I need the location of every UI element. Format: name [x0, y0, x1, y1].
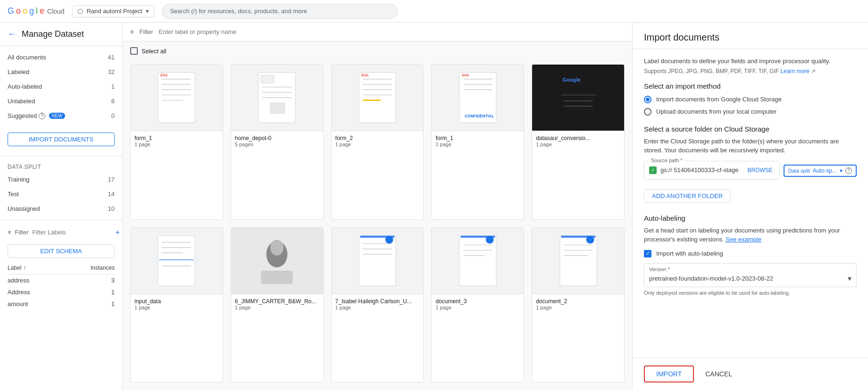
- label-row: address 3: [8, 274, 115, 286]
- storage-icon: ✓: [649, 166, 657, 174]
- doc-thumbnail: [432, 228, 524, 294]
- sidebar-item-all-documents[interactable]: All documents 41: [0, 50, 122, 65]
- radio-gcs[interactable]: Import documents from Google Cloud Stora…: [644, 96, 857, 103]
- new-badge: NEW: [49, 113, 65, 119]
- doc-thumbnail: [231, 65, 323, 131]
- doc-info: form_1 1 page: [432, 131, 524, 151]
- google-cloud-logo: Google Cloud: [8, 6, 65, 16]
- topbar: Google Cloud ⬡ Rand automl Project ▾ Sea…: [0, 0, 868, 23]
- add-folder-button[interactable]: ADD ANOTHER FOLDER: [644, 189, 731, 203]
- data-split-help-icon[interactable]: ?: [845, 167, 852, 174]
- label-sort[interactable]: Label ↑: [8, 265, 26, 271]
- learn-more-link[interactable]: Learn more: [780, 68, 809, 75]
- document-card[interactable]: home_depot-0 5 pages: [231, 64, 324, 220]
- source-field-row: ✓ BROWSE: [644, 161, 779, 179]
- auto-labeling-section: Auto-labeling Get a head start on labeli…: [644, 214, 857, 296]
- panel-description: Label documents to define your fields an…: [644, 57, 857, 66]
- radio-group-import-method: Import documents from Google Cloud Stora…: [644, 96, 857, 116]
- data-split-value: Auto-sp...: [813, 167, 837, 174]
- data-split-selector[interactable]: Data split Auto-sp... ▾ ?: [784, 165, 857, 177]
- sidebar-item-auto-labeled[interactable]: Auto-labeled 1: [0, 79, 122, 94]
- document-card[interactable]: 7_Isabel Haileigh Carlson_U... 1 page: [331, 227, 424, 383]
- back-button[interactable]: ←: [8, 29, 16, 39]
- chevron-down-icon: ▾: [840, 167, 843, 174]
- page-title: Manage Dataset: [22, 29, 84, 39]
- filter-label: Filter: [140, 28, 153, 35]
- filter-icon: ≡: [130, 28, 134, 35]
- see-example-link[interactable]: See example: [726, 236, 761, 243]
- filter-labels-input[interactable]: [32, 229, 111, 236]
- project-selector[interactable]: ⬡ Rand automl Project ▾: [72, 5, 155, 17]
- source-path-label: Source path *: [649, 158, 684, 163]
- doc-thumbnail: [231, 228, 323, 294]
- import-button[interactable]: IMPORT: [644, 365, 694, 382]
- doc-thumbnail: [332, 228, 424, 294]
- document-card[interactable]: 6_JIMMY_CARTER_B&W_Ro... 1 page: [231, 227, 324, 383]
- svg-text:CONFIDENTIAL: CONFIDENTIAL: [465, 114, 494, 118]
- radio-local-indicator: [644, 108, 651, 116]
- browse-button[interactable]: BROWSE: [745, 165, 774, 175]
- radio-gcs-indicator: [644, 96, 651, 103]
- label-row: Address 1: [8, 286, 115, 298]
- divider-2: [0, 220, 122, 220]
- select-all-checkbox[interactable]: [130, 47, 138, 55]
- doc-info: form_1 1 page: [131, 131, 223, 151]
- doc-info: 6_JIMMY_CARTER_B&W_Ro... 1 page: [231, 294, 323, 314]
- cancel-button[interactable]: CANCEL: [701, 366, 736, 382]
- import-method-title: Select an import method: [644, 82, 857, 90]
- search-bar[interactable]: Search (/) for resources, docs, products…: [162, 4, 398, 19]
- sidebar-nav: All documents 41 Labeled 32 Auto-labeled…: [0, 46, 122, 127]
- add-filter-button[interactable]: +: [115, 228, 119, 237]
- source-path-input[interactable]: [660, 166, 742, 174]
- svg-point-39: [270, 240, 284, 256]
- doc-thumbnail: ESG: [332, 65, 424, 131]
- svg-rect-35: [159, 259, 194, 260]
- data-split-title: Data split: [0, 160, 122, 172]
- auto-label-title: Auto-labeling: [644, 214, 857, 222]
- svg-point-49: [486, 235, 494, 243]
- auto-labeling-checkbox[interactable]: ✓: [644, 250, 651, 257]
- document-card[interactable]: ESG form_2 1 page: [331, 64, 424, 220]
- source-folder-title: Select a source folder on Cloud Storage: [644, 125, 857, 133]
- document-card[interactable]: input_data 1 page: [130, 227, 223, 383]
- panel-title: Import documents: [644, 32, 857, 43]
- panel-support: Supports JPEG, JPG, PNG, BMP, PDF, TIFF,…: [644, 68, 857, 75]
- doc-thumbnail: ESG: [131, 65, 223, 131]
- doc-info: document_2 1 page: [532, 294, 624, 314]
- version-field-label: Version *: [644, 264, 856, 272]
- svg-point-55: [586, 235, 594, 243]
- source-folder-desc: Enter the Cloud Storage path to the fold…: [644, 137, 857, 155]
- doc-thumbnail: [131, 228, 223, 294]
- doc-info: 7_Isabel Haileigh Carlson_U... 1 page: [332, 294, 424, 314]
- document-card[interactable]: ESG CONFIDENTIAL form_1 1 page: [431, 64, 524, 220]
- sidebar-item-unlabeled[interactable]: Unlabeled 8: [0, 94, 122, 108]
- document-card[interactable]: document_2 1 page: [532, 227, 625, 383]
- document-card[interactable]: ESG form_1 1 page: [130, 64, 223, 220]
- svg-rect-0: [158, 73, 195, 123]
- svg-rect-40: [261, 271, 293, 284]
- svg-text:ESG: ESG: [161, 74, 168, 77]
- radio-local[interactable]: Upload documents from your local compute…: [644, 108, 857, 116]
- version-dropdown-icon[interactable]: ▾: [848, 274, 851, 283]
- document-card[interactable]: document_3 1 page: [431, 227, 524, 383]
- suggested-help-icon[interactable]: ?: [39, 113, 45, 119]
- source-path-field: Source path * ✓ BROWSE: [644, 161, 780, 180]
- doc-info: home_depot-0 5 pages: [231, 131, 323, 151]
- data-split-container: Data split Auto-sp... ▾ ?: [784, 165, 857, 177]
- sidebar-item-suggested[interactable]: Suggested ? NEW 0: [0, 108, 122, 123]
- auto-labeling-checkbox-row: ✓ Import with auto-labeling: [644, 250, 857, 257]
- document-card[interactable]: Google datasaur_conversio... 1 page: [532, 64, 625, 220]
- edit-schema-button[interactable]: EDIT SCHEMA: [8, 244, 115, 258]
- sidebar-item-training[interactable]: Training 17: [0, 172, 122, 187]
- label-filter-input[interactable]: [159, 28, 625, 35]
- version-value: pretrained-foundation-model-v1.0-2023-08…: [649, 275, 848, 282]
- version-select-row[interactable]: pretrained-foundation-model-v1.0-2023-08…: [644, 272, 856, 287]
- sidebar-item-labeled[interactable]: Labeled 32: [0, 65, 122, 79]
- divider: [0, 156, 122, 156]
- import-documents-button[interactable]: IMPORT DOCUMENTS: [8, 133, 115, 146]
- sidebar-item-unassigned[interactable]: Unassigned 10: [0, 201, 122, 216]
- sidebar-item-test[interactable]: Test 14: [0, 187, 122, 201]
- select-all-label: Select all: [142, 48, 167, 55]
- add-folder-container: ADD ANOTHER FOLDER: [644, 189, 857, 212]
- doc-thumbnail: [532, 228, 624, 294]
